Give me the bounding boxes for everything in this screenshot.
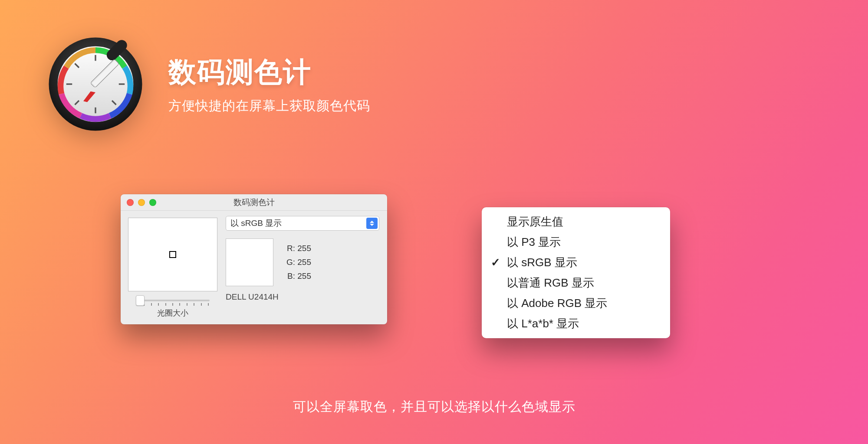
g-label: G: <box>285 258 295 267</box>
colorspace-select-value: 以 sRGB 显示 <box>230 218 282 229</box>
menu-item-label: 以 L*a*b* 显示 <box>507 316 579 331</box>
menu-item-lab[interactable]: 以 L*a*b* 显示 <box>482 313 670 334</box>
menu-item-label: 以 sRGB 显示 <box>507 255 577 270</box>
hero-section: 数码测色计 方便快捷的在屏幕上获取颜色代码 <box>47 36 370 133</box>
r-label: R: <box>285 244 295 253</box>
app-title: 数码测色计 <box>168 53 370 91</box>
colorspace-menu: 显示原生值 以 P3 显示 ✓ 以 sRGB 显示 以普通 RGB 显示 以 A… <box>482 207 670 338</box>
preview-column: 光圈大小 <box>128 216 217 318</box>
g-row: G: 255 <box>285 258 311 267</box>
swatch-row: R: 255 G: 255 B: 255 <box>226 238 379 286</box>
rgb-values: R: 255 G: 255 B: 255 <box>285 238 311 286</box>
menu-item-label: 以普通 RGB 显示 <box>507 275 594 291</box>
menu-item-label: 以 P3 显示 <box>507 235 561 250</box>
app-subtitle: 方便快捷的在屏幕上获取颜色代码 <box>168 97 370 115</box>
hero-text: 数码测色计 方便快捷的在屏幕上获取颜色代码 <box>168 53 370 115</box>
r-value: 255 <box>297 244 311 253</box>
aperture-slider-label: 光圈大小 <box>157 308 188 318</box>
aperture-slider[interactable] <box>136 296 210 305</box>
display-name: DELL U2414H <box>226 292 379 302</box>
menu-item-adobe-rgb[interactable]: 以 Adobe RGB 显示 <box>482 293 670 313</box>
menu-item-native[interactable]: 显示原生值 <box>482 212 670 232</box>
window-titlebar[interactable]: 数码测色计 <box>121 194 387 211</box>
window-body: 光圈大小 以 sRGB 显示 R: 255 G: 255 <box>121 211 387 324</box>
b-value: 255 <box>297 271 311 281</box>
menu-item-srgb[interactable]: ✓ 以 sRGB 显示 <box>482 252 670 273</box>
app-icon <box>47 36 144 133</box>
b-label: B: <box>285 271 295 281</box>
menu-item-p3[interactable]: 以 P3 显示 <box>482 232 670 252</box>
slider-thumb[interactable] <box>136 295 145 306</box>
color-swatch <box>226 238 273 286</box>
menu-item-generic-rgb[interactable]: 以普通 RGB 显示 <box>482 273 670 293</box>
g-value: 255 <box>297 258 311 267</box>
window-title: 数码测色计 <box>121 197 387 208</box>
values-column: 以 sRGB 显示 R: 255 G: 255 B: 255 <box>226 216 379 318</box>
pixel-preview <box>128 218 217 291</box>
checkmark-icon: ✓ <box>490 256 501 269</box>
aperture-indicator <box>169 251 176 258</box>
feature-caption: 可以全屏幕取色，并且可以选择以什么色域显示 <box>0 398 868 416</box>
menu-item-label: 显示原生值 <box>507 214 563 229</box>
colorspace-select[interactable]: 以 sRGB 显示 <box>226 216 379 231</box>
b-row: B: 255 <box>285 271 311 281</box>
color-meter-window: 数码测色计 光圈大小 以 sRGB 显示 <box>121 194 387 324</box>
r-row: R: 255 <box>285 244 311 253</box>
aperture-slider-group: 光圈大小 <box>136 296 210 318</box>
menu-item-label: 以 Adobe RGB 显示 <box>507 296 607 311</box>
select-stepper-icon <box>366 218 378 229</box>
